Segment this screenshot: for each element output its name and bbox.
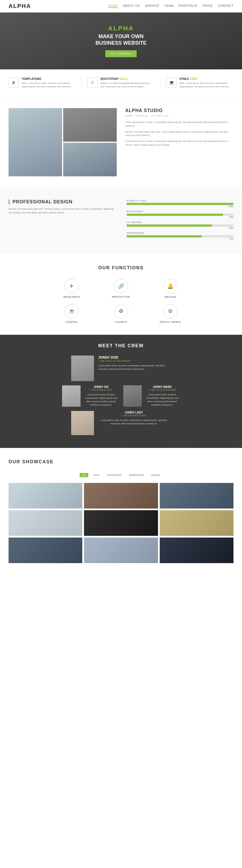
skill-bootstrap-bar xyxy=(127,214,234,216)
feature-html5-title: HTML5 CSS3 xyxy=(179,78,234,81)
function-research: ✈ RESEARCH xyxy=(50,279,93,298)
functions-section: OUR FUNCTIONS ✈ RESEARCH 🔗 PROTOTYPE 🔔 D… xyxy=(0,254,242,335)
crew-avatar-lady xyxy=(71,411,94,435)
hero-title-green: ALPHA xyxy=(108,25,134,32)
function-social: ⚙ SOCIAL MEDIA xyxy=(149,304,192,323)
nav-team[interactable]: Team xyxy=(164,4,173,8)
skills-section: PROFESSIONAL DESIGN Aenean commodo ligul… xyxy=(0,188,242,254)
crew-name-mark: JONNY MARK xyxy=(145,385,180,389)
about-section: ALPHA STUDIO WEB, MOBILE, UI AND UX Lore… xyxy=(0,97,242,188)
showcase-section: OUR SHOWCASE All HTML Photoshop Wordpres… xyxy=(0,448,242,575)
about-image-2 xyxy=(63,108,117,142)
skill-ux-label: UX DESIGN xyxy=(127,221,234,223)
hero-cta-button[interactable]: GET STARTED xyxy=(105,50,136,57)
filter-mobile[interactable]: Mobile xyxy=(149,473,162,477)
crew-text-lady: Lorem ipsum dolor sit amet, consectetuer… xyxy=(97,418,171,426)
skills-right: HTML5 & CSS3 100% BOOTSTRAP 90% UX DESIG… xyxy=(127,199,234,243)
skill-bootstrap-label: BOOTSTRAP xyxy=(127,210,234,213)
skills-left: PROFESSIONAL DESIGN Aenean commodo ligul… xyxy=(8,199,115,243)
showcase-item-1[interactable] xyxy=(8,483,82,508)
nav-home[interactable]: Home xyxy=(108,4,118,8)
design-icon: 🔔 xyxy=(163,279,178,293)
crew-card-ive: JONNY IVE I AM DIRECTOR Lorem ipsum dolo… xyxy=(62,385,119,407)
prototype-icon: 🔗 xyxy=(114,279,128,293)
about-images xyxy=(8,108,117,176)
crew-text-main: Lorem ipsum dolor sit amet, consectetuer… xyxy=(98,364,171,371)
nav-contact[interactable]: Contact xyxy=(218,4,234,8)
about-subtitle: WEB, MOBILE, UI AND UX xyxy=(125,114,234,117)
filter-photoshop[interactable]: Photoshop xyxy=(105,473,124,477)
about-image-1 xyxy=(8,108,62,176)
function-coding: ☕ CODING xyxy=(50,304,93,323)
function-launch: ♻ LAUNCH xyxy=(99,304,143,323)
feature-templatemo-text: Hello. Lorem ipsum dolor sit amet, conse… xyxy=(22,82,76,88)
function-design: 🔔 DESIGN xyxy=(149,279,192,298)
social-icon: ⚙ xyxy=(163,304,178,318)
skill-wordpress: WORDPRESS 70% xyxy=(127,232,234,240)
skill-html5-pct: 100% xyxy=(127,205,234,207)
crew-section: MEET THE CREW JONNY DOE I AM CEO & FOUND… xyxy=(0,335,242,448)
filter-all[interactable]: All xyxy=(80,473,88,477)
hero-subtitle: MAKE YOUR OWN BUSINESS WEBSITE xyxy=(96,33,146,46)
feature-templatemo-title: TEMPLATEMO xyxy=(22,78,76,81)
showcase-item-9[interactable] xyxy=(160,537,234,563)
bootstrap-icon: B xyxy=(87,78,98,88)
research-icon: ✈ xyxy=(64,279,79,293)
crew-card-lady: JONNY LADY I AM MARKETING Lorem ipsum do… xyxy=(71,411,171,435)
skill-html5-label: HTML5 & CSS3 xyxy=(127,199,234,202)
feature-bootstrap-title: BOOTSTRAP V3.3.4 xyxy=(101,78,155,81)
functions-title: OUR FUNCTIONS xyxy=(8,265,234,271)
showcase-item-2[interactable] xyxy=(84,483,158,508)
crew-main: JONNY DOE I AM CEO & FOUNDER Lorem ipsum… xyxy=(8,355,234,381)
crew-name-lady: JONNY LADY xyxy=(97,411,171,414)
crew-role-mark: I AM UX DESIGNER xyxy=(145,389,180,391)
skills-text: Aenean commodo ligula eget dolor. Aenean… xyxy=(8,207,115,215)
skill-bootstrap: BOOTSTRAP 90% xyxy=(127,210,234,218)
nav-logo[interactable]: ALPHA xyxy=(8,3,31,9)
skill-wordpress-label: WORDPRESS xyxy=(127,232,234,234)
html5-icon: 💻 xyxy=(166,78,177,88)
crew-role-lady: I AM MARKETING xyxy=(97,414,171,417)
feature-html5: 💻 HTML5 CSS3 Hello. Lorem ipsum dolor si… xyxy=(166,78,234,88)
about-text-3: Lorem ipsum dolor sit amet, consectetuer… xyxy=(125,140,234,147)
showcase-item-6[interactable] xyxy=(160,510,234,536)
research-label: RESEARCH xyxy=(63,296,80,298)
about-text-2: Aenean commodo ligula eget dolor. Lorem … xyxy=(125,130,234,138)
filter-wordpress[interactable]: Wordpress xyxy=(127,473,146,477)
nav-portfolio[interactable]: Portfolio xyxy=(179,4,197,8)
feature-bootstrap-text: Alpha is a mobile-compatible Bootstrap l… xyxy=(101,82,155,88)
templatemo-icon: 🖥 xyxy=(8,78,19,88)
about-content: ALPHA STUDIO WEB, MOBILE, UI AND UX Lore… xyxy=(125,108,234,176)
showcase-item-4[interactable] xyxy=(8,510,82,536)
nav-price[interactable]: Price xyxy=(203,4,213,8)
navbar: ALPHA Home About Us Service Team Portfol… xyxy=(0,0,242,12)
crew-card-mark: JONNY MARK I AM UX DESIGNER Lorem ipsum … xyxy=(123,385,180,407)
coding-label: CODING xyxy=(66,320,78,323)
showcase-item-3[interactable] xyxy=(160,483,234,508)
social-label: SOCIAL MEDIA xyxy=(159,320,181,323)
crew-title: MEET THE CREW xyxy=(8,343,234,348)
crew-row: JONNY IVE I AM DIRECTOR Lorem ipsum dolo… xyxy=(8,385,234,407)
about-images-col xyxy=(63,108,117,176)
crew-card-main: JONNY DOE I AM CEO & FOUNDER Lorem ipsum… xyxy=(71,355,171,381)
nav-service[interactable]: Service xyxy=(145,4,159,8)
crew-text-mark: Lorem ipsum dolor sit amet, consectetuer… xyxy=(145,393,180,407)
crew-avatar-mark xyxy=(123,385,142,407)
crew-bottom: JONNY LADY I AM MARKETING Lorem ipsum do… xyxy=(8,411,234,435)
skill-ux-pct: 80% xyxy=(127,227,234,229)
showcase-item-7[interactable] xyxy=(8,537,82,563)
showcase-filters: All HTML Photoshop Wordpress Mobile xyxy=(8,473,234,477)
crew-avatar-ive xyxy=(62,385,81,407)
showcase-grid xyxy=(8,483,234,563)
showcase-item-8[interactable] xyxy=(84,537,158,563)
about-title: ALPHA STUDIO xyxy=(125,108,234,113)
showcase-title: OUR SHOWCASE xyxy=(8,459,234,464)
design-label: DESIGN xyxy=(165,296,176,298)
features-section: 🖥 TEMPLATEMO Hello. Lorem ipsum dolor si… xyxy=(0,69,242,97)
crew-role-main: I AM CEO & FOUNDER xyxy=(98,360,171,362)
filter-html[interactable]: HTML xyxy=(91,473,102,477)
feature-bootstrap: B BOOTSTRAP V3.3.4 Alpha is a mobile-com… xyxy=(87,78,155,88)
nav-about[interactable]: About Us xyxy=(123,4,140,8)
showcase-item-5[interactable] xyxy=(84,510,158,536)
launch-icon: ♻ xyxy=(114,304,128,318)
